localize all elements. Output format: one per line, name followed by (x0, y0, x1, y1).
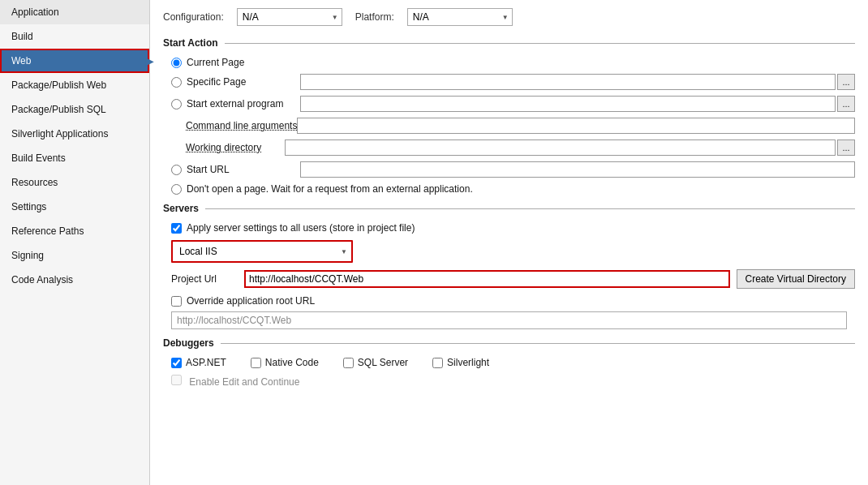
create-virtual-directory-button[interactable]: Create Virtual Directory (737, 269, 856, 289)
servers-section: Servers Apply server settings to all use… (163, 203, 855, 329)
override-url-input[interactable] (171, 311, 847, 329)
current-page-label[interactable]: Current Page (187, 57, 300, 68)
sidebar-item-resources-label: Resources (11, 177, 58, 188)
radio-row-dont-open: Don't open a page. Wait for a request fr… (163, 183, 855, 195)
apply-server-checkbox[interactable] (171, 223, 182, 234)
sidebar-item-silverlight-applications[interactable]: Silverlight Applications (0, 122, 149, 146)
project-url-input-container (244, 270, 730, 288)
dont-open-label[interactable]: Don't open a page. Wait for a request fr… (187, 183, 473, 195)
sidebar-item-signing[interactable]: Signing (0, 243, 149, 268)
start-action-header: Start Action (163, 37, 855, 49)
aspnet-label[interactable]: ASP.NET (186, 357, 226, 368)
debugger-silverlight: Silverlight (432, 357, 489, 368)
sidebar: Application Build Web Package/Publish We… (0, 0, 150, 485)
start-url-label[interactable]: Start URL (187, 164, 300, 175)
dont-open-radio[interactable] (171, 184, 182, 195)
working-directory-browse-button[interactable]: ... (837, 139, 855, 156)
server-dropdown-row: Local IISIIS ExpressCustom Web Server (163, 240, 855, 263)
sidebar-item-package-publish-web-label: Package/Publish Web (11, 79, 106, 91)
enable-edit-label: Enable Edit and Continue (189, 376, 299, 388)
sidebar-item-application[interactable]: Application (0, 0, 149, 24)
sidebar-item-resources[interactable]: Resources (0, 170, 149, 195)
command-line-label-text: Command line arguments (186, 120, 297, 131)
working-directory-label: Working directory (171, 142, 285, 153)
start-url-radio[interactable] (171, 165, 182, 175)
platform-select-wrapper: N/A (407, 8, 513, 26)
main-content: Configuration: N/A Platform: N/A Start A… (150, 0, 868, 485)
debugger-native-code: Native Code (251, 357, 319, 368)
configuration-select[interactable]: N/A (237, 8, 342, 26)
sql-server-checkbox[interactable] (343, 358, 354, 368)
working-directory-input[interactable] (285, 139, 836, 156)
sql-server-label[interactable]: SQL Server (358, 357, 408, 368)
apply-server-label[interactable]: Apply server settings to all users (stor… (187, 222, 415, 234)
enable-edit-checkbox[interactable] (171, 375, 182, 385)
specific-page-browse-button[interactable]: ... (837, 74, 855, 90)
sidebar-item-build-label: Build (11, 31, 33, 42)
sidebar-item-reference-paths[interactable]: Reference Paths (0, 219, 149, 243)
debugger-aspnet: ASP.NET (171, 357, 226, 368)
sidebar-item-reference-paths-label: Reference Paths (11, 225, 84, 237)
start-action-title: Start Action (163, 37, 218, 49)
sidebar-item-code-analysis-label: Code Analysis (11, 274, 73, 285)
start-external-label[interactable]: Start external program (187, 98, 300, 109)
servers-divider (205, 208, 855, 209)
server-select[interactable]: Local IISIIS ExpressCustom Web Server (173, 242, 351, 261)
command-line-label: Command line arguments (171, 120, 297, 131)
sidebar-item-settings[interactable]: Settings (0, 195, 149, 219)
platform-label: Platform: (355, 11, 394, 23)
start-url-input[interactable] (300, 161, 855, 178)
sidebar-item-signing-label: Signing (11, 250, 44, 261)
apply-server-settings-row: Apply server settings to all users (stor… (163, 222, 855, 234)
specific-page-label[interactable]: Specific Page (187, 76, 300, 88)
override-checkbox-row: Override application root URL (163, 295, 855, 307)
radio-row-specific-page: Specific Page ... (163, 74, 855, 90)
aspnet-checkbox[interactable] (171, 358, 182, 368)
sidebar-item-code-analysis[interactable]: Code Analysis (0, 268, 149, 292)
top-bar: Configuration: N/A Platform: N/A (163, 6, 855, 26)
specific-page-radio[interactable] (171, 77, 182, 88)
project-url-label: Project Url (171, 273, 244, 285)
current-page-radio[interactable] (171, 58, 182, 68)
server-select-wrapper: Local IISIIS ExpressCustom Web Server (171, 240, 353, 263)
native-code-label[interactable]: Native Code (265, 357, 319, 368)
start-action-divider (225, 43, 855, 44)
servers-title: Servers (163, 203, 199, 214)
sidebar-item-application-label: Application (11, 6, 59, 18)
project-url-input[interactable] (244, 270, 730, 288)
start-external-browse-button[interactable]: ... (837, 96, 855, 112)
servers-header: Servers (163, 203, 855, 214)
configuration-label: Configuration: (163, 11, 224, 23)
debuggers-header: Debuggers (163, 337, 855, 349)
override-app-root-label[interactable]: Override application root URL (187, 295, 315, 307)
platform-select[interactable]: N/A (407, 8, 513, 26)
sidebar-item-build-events[interactable]: Build Events (0, 146, 149, 170)
sidebar-item-web[interactable]: Web (0, 49, 149, 73)
override-url-row (163, 311, 855, 329)
sidebar-item-package-publish-web[interactable]: Package/Publish Web (0, 73, 149, 97)
radio-row-current-page: Current Page (163, 57, 855, 68)
sidebar-item-web-label: Web (11, 55, 31, 67)
debugger-sql-server: SQL Server (343, 357, 408, 368)
sidebar-item-settings-label: Settings (11, 201, 46, 212)
start-external-radio[interactable] (171, 99, 182, 109)
debuggers-title: Debuggers (163, 337, 214, 349)
sidebar-item-silverlight-applications-label: Silverlight Applications (11, 128, 108, 139)
command-line-input[interactable] (297, 118, 855, 134)
silverlight-label[interactable]: Silverlight (447, 357, 489, 368)
radio-row-start-url: Start URL (163, 161, 855, 178)
working-directory-label-text: Working directory (186, 142, 261, 153)
sidebar-item-build-events-label: Build Events (11, 152, 66, 164)
start-external-input[interactable] (300, 96, 836, 112)
silverlight-checkbox[interactable] (432, 358, 443, 368)
sidebar-item-package-publish-sql[interactable]: Package/Publish SQL (0, 97, 149, 122)
override-app-root-checkbox[interactable] (171, 296, 182, 307)
specific-page-input[interactable] (300, 74, 836, 90)
working-directory-row: Working directory ... (163, 139, 855, 156)
sidebar-item-build[interactable]: Build (0, 24, 149, 49)
radio-row-start-external: Start external program ... (163, 96, 855, 112)
enable-edit-row: Enable Edit and Continue (163, 375, 855, 388)
native-code-checkbox[interactable] (251, 358, 261, 368)
debuggers-row: ASP.NET Native Code SQL Server Silverlig… (163, 357, 855, 368)
command-line-row: Command line arguments (163, 118, 855, 134)
